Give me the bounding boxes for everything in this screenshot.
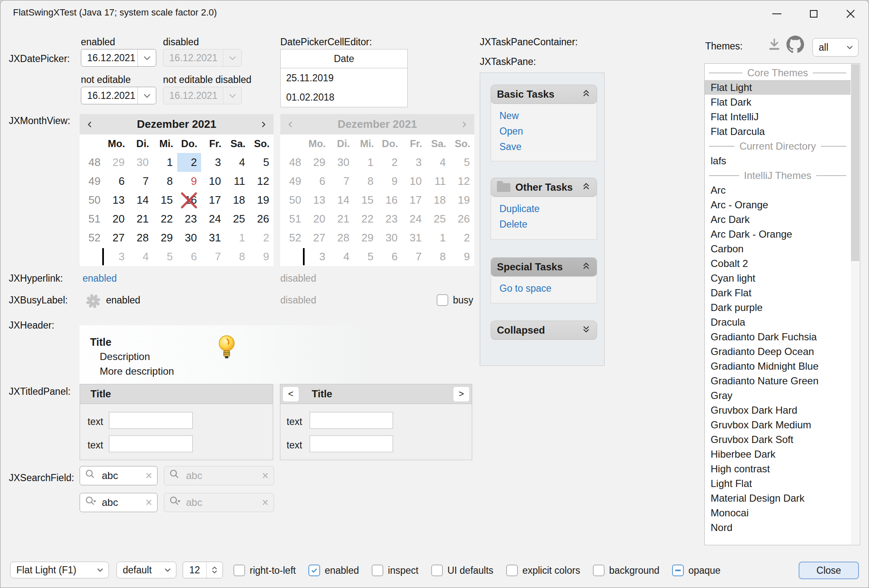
- day-cell[interactable]: 25: [225, 210, 250, 228]
- checkbox-ui-defaults[interactable]: UI defaults: [431, 565, 494, 576]
- theme-list-item[interactable]: Material Design Dark: [705, 491, 851, 505]
- day-cell[interactable]: 24: [201, 210, 225, 228]
- theme-list-item[interactable]: Flat Darcula: [705, 124, 851, 139]
- theme-list-item[interactable]: Arc Dark - Orange: [705, 227, 851, 241]
- minimize-button[interactable]: [764, 5, 789, 22]
- task-link[interactable]: Save: [499, 139, 597, 155]
- clear-icon[interactable]: ×: [145, 469, 152, 482]
- taskpane-header[interactable]: Special Tasks: [491, 257, 597, 277]
- theme-list-item[interactable]: Flat Light: [705, 80, 851, 95]
- task-link[interactable]: Open: [499, 124, 597, 139]
- day-cell[interactable]: 1: [153, 153, 177, 172]
- theme-list-item[interactable]: Gruvbox Dark Hard: [705, 403, 851, 417]
- day-cell[interactable]: 21: [129, 210, 153, 228]
- busy-checkbox[interactable]: busy: [437, 294, 473, 306]
- task-link[interactable]: New: [499, 108, 597, 124]
- theme-list-item[interactable]: Cobalt 2: [705, 256, 851, 271]
- task-link[interactable]: Delete: [499, 217, 597, 232]
- search-field[interactable]: abc×: [80, 493, 158, 512]
- table-row[interactable]: 01.02.2018: [281, 88, 407, 107]
- day-cell[interactable]: 6: [177, 247, 202, 266]
- next-month-icon[interactable]: [259, 121, 267, 128]
- checkbox-box[interactable]: [308, 565, 320, 576]
- font-size-value[interactable]: 12: [183, 562, 207, 578]
- datepicker-dropdown-button[interactable]: [137, 87, 156, 104]
- scrollbar-thumb[interactable]: [851, 64, 859, 261]
- day-cell[interactable]: 18: [225, 191, 250, 210]
- day-cell[interactable]: 7: [129, 172, 153, 191]
- day-cell[interactable]: 5: [153, 247, 177, 266]
- titled-panel-next-button[interactable]: >: [453, 386, 470, 402]
- collapse-icon[interactable]: [582, 181, 591, 193]
- day-cell[interactable]: 19: [249, 191, 274, 210]
- day-cell[interactable]: 16: [177, 191, 202, 210]
- github-icon[interactable]: [786, 36, 804, 53]
- text-input[interactable]: [109, 412, 193, 429]
- datepicker-not-editable[interactable]: 16.12.2021: [81, 87, 156, 104]
- day-cell[interactable]: 27: [105, 228, 129, 247]
- day-cell[interactable]: 23: [177, 210, 202, 228]
- text-input[interactable]: [109, 435, 193, 452]
- task-link[interactable]: Duplicate: [499, 201, 597, 217]
- font-combo[interactable]: default: [116, 562, 176, 578]
- theme-list-item[interactable]: Dark purple: [705, 300, 851, 315]
- day-cell[interactable]: 9: [177, 172, 202, 191]
- day-cell[interactable]: 14: [129, 191, 153, 210]
- theme-list-item[interactable]: Dracula: [705, 315, 851, 329]
- theme-list-item[interactable]: Gruvbox Dark Soft: [705, 432, 851, 447]
- theme-list-item[interactable]: Flat IntelliJ: [705, 109, 851, 124]
- taskpane-header[interactable]: Collapsed: [491, 321, 597, 340]
- day-cell[interactable]: 11: [225, 172, 250, 191]
- datepicker-value[interactable]: 16.12.2021: [81, 49, 137, 66]
- monthview-calendar-enabled[interactable]: Dezember 2021Mo.Di.Mi.Do.Fr.Sa.So.482930…: [80, 114, 274, 266]
- theme-list-item[interactable]: Gradianto Dark Fuchsia: [705, 329, 851, 344]
- expand-icon[interactable]: [582, 324, 591, 336]
- laf-combo[interactable]: Flat Light (F1): [10, 562, 109, 578]
- task-link[interactable]: Go to space: [499, 281, 597, 296]
- day-cell[interactable]: 30: [129, 153, 153, 172]
- theme-list-item[interactable]: lafs: [705, 153, 851, 168]
- day-cell[interactable]: 12: [249, 172, 274, 191]
- day-cell[interactable]: 22: [153, 210, 177, 228]
- day-cell[interactable]: 4: [129, 247, 153, 266]
- collapse-icon[interactable]: [582, 88, 591, 100]
- day-cell[interactable]: 31: [201, 228, 225, 247]
- taskpane-header[interactable]: Basic Tasks: [491, 85, 597, 104]
- theme-list-item[interactable]: Cyan light: [705, 271, 851, 285]
- day-cell[interactable]: 17: [201, 191, 225, 210]
- search-dropdown-icon[interactable]: [85, 496, 97, 509]
- table-row[interactable]: 25.11.2019: [281, 68, 407, 88]
- day-cell[interactable]: 5: [249, 153, 274, 172]
- day-cell[interactable]: 2: [177, 153, 202, 172]
- themes-list-scrollbar[interactable]: [851, 64, 859, 544]
- day-cell[interactable]: 1: [225, 228, 250, 247]
- search-input[interactable]: abc: [102, 470, 140, 482]
- theme-list-item[interactable]: Gradianto Deep Ocean: [705, 344, 851, 359]
- spinner-arrows[interactable]: [207, 562, 222, 578]
- checkbox-background[interactable]: background: [593, 565, 660, 576]
- close-button[interactable]: Close: [799, 562, 859, 579]
- checkbox-box[interactable]: [672, 565, 684, 576]
- search-icon[interactable]: [85, 469, 97, 482]
- day-cell[interactable]: 9: [249, 247, 274, 266]
- text-input[interactable]: [310, 435, 393, 452]
- day-cell[interactable]: 30: [177, 228, 202, 247]
- theme-list-item[interactable]: Gray: [705, 388, 851, 403]
- text-input[interactable]: [310, 412, 393, 429]
- theme-list-item[interactable]: Carbon: [705, 241, 851, 256]
- theme-list-item[interactable]: Gruvbox Dark Medium: [705, 417, 851, 432]
- day-cell[interactable]: 3: [105, 247, 129, 266]
- clear-icon[interactable]: ×: [145, 496, 152, 509]
- theme-list-item[interactable]: Nord: [705, 520, 851, 535]
- theme-list-item[interactable]: Gradianto Midnight Blue: [705, 359, 851, 373]
- collapse-icon[interactable]: [582, 261, 591, 273]
- theme-list-item[interactable]: Arc Dark: [705, 212, 851, 227]
- themes-filter-combo[interactable]: all: [812, 38, 859, 57]
- theme-list-item[interactable]: Light Flat: [705, 476, 851, 491]
- checkbox-box[interactable]: [431, 565, 443, 576]
- checkbox-box[interactable]: [233, 565, 245, 576]
- checkbox-inspect[interactable]: inspect: [372, 565, 419, 576]
- theme-list-item[interactable]: Dark Flat: [705, 285, 851, 300]
- day-cell[interactable]: 28: [129, 228, 153, 247]
- day-cell[interactable]: 29: [153, 228, 177, 247]
